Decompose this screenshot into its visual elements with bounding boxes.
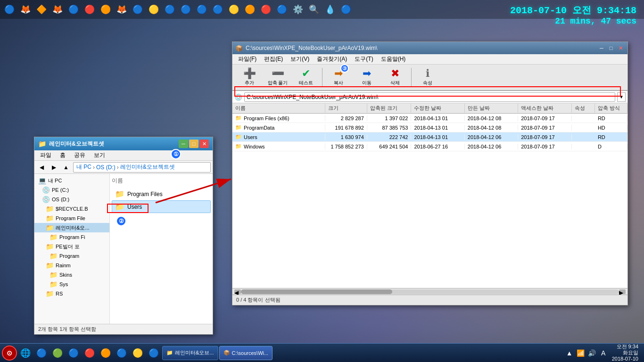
top-icon-17[interactable]: 🔴	[258, 2, 273, 17]
taskbar-icon-4[interactable]: 🔵	[66, 346, 81, 361]
col-method[interactable]: 압축 방식	[595, 104, 627, 113]
sidebar-item-skins[interactable]: 📁 Skins	[34, 270, 109, 280]
top-icon-19[interactable]: ⚙️	[290, 2, 305, 17]
zip-row-1[interactable]: 📁 Program Files (x86) 2 829 287 1 397 02…	[232, 114, 627, 123]
col-created[interactable]: 만든 날짜	[465, 104, 518, 113]
breadcrumb-mypc[interactable]: 내 PC	[76, 163, 91, 171]
col-name[interactable]: 이름	[232, 104, 325, 113]
col-accessed[interactable]: 액세스한 날짜	[518, 104, 571, 113]
top-icon-1[interactable]: 🔵	[2, 2, 17, 17]
folder-item-users[interactable]: 📁 Users	[112, 200, 211, 213]
tray-icon-lang[interactable]: A	[599, 348, 608, 358]
scroll-right-btn[interactable]: ▶	[619, 289, 626, 294]
sidebar-item-progfi[interactable]: 📁 Program Fi	[34, 232, 109, 242]
scroll-thumb[interactable]	[241, 289, 392, 294]
top-icon-6[interactable]: 🔴	[82, 2, 97, 17]
zip-menu-file[interactable]: 파일(F)	[234, 54, 260, 64]
top-icon-8[interactable]: 🦊	[114, 2, 129, 17]
zip-test-button[interactable]: ✔ 테스트	[293, 66, 319, 89]
top-icon-21[interactable]: 💧	[322, 2, 338, 17]
top-icon-7[interactable]: 🟠	[98, 2, 113, 17]
sidebar-item-rainm[interactable]: 📁 Rainm	[34, 261, 109, 270]
scroll-track[interactable]	[241, 289, 619, 294]
col-compressed[interactable]: 압축된 크기	[367, 104, 412, 113]
taskbar-icon-1[interactable]: 🌐	[18, 346, 33, 361]
tray-icon-network[interactable]: 📶	[576, 348, 586, 358]
breadcrumb-rainmeter[interactable]: 레인미터&오브젝트셋	[120, 163, 175, 171]
top-icon-20[interactable]: 🔍	[306, 2, 322, 17]
explorer-minimize-button[interactable]: ─	[179, 140, 188, 148]
sidebar-item-os[interactable]: 💿 OS (D:)	[34, 195, 109, 204]
breadcrumb-osd[interactable]: OS (D:)	[96, 164, 116, 171]
col-modified[interactable]: 수정한 날짜	[411, 104, 464, 113]
top-icon-15[interactable]: 🟡	[226, 2, 241, 17]
sidebar-item-sys[interactable]: 📁 Sys	[34, 280, 109, 289]
top-icon-2[interactable]: 🦊	[18, 2, 33, 17]
zip-addr-dropdown[interactable]: ▼	[617, 92, 626, 102]
top-icon-14[interactable]: 🔵	[210, 2, 225, 17]
top-icon-10[interactable]: 🟡	[146, 2, 161, 17]
top-icon-12[interactable]: 🔵	[178, 2, 193, 17]
zip-delete-button[interactable]: ✖ 삭제	[382, 66, 408, 89]
sevenzip-maximize-button[interactable]: □	[607, 44, 615, 52]
start-button[interactable]: ⊙	[2, 346, 17, 361]
taskbar-app-7zip[interactable]: 📦 C:\sources\Wi...	[219, 346, 273, 360]
top-icon-9[interactable]: 🔵	[130, 2, 145, 17]
zip-extract-button[interactable]: ➖ 압축 풀기	[264, 66, 291, 89]
tray-clock[interactable]: 오전 9:34 화요일 2018-07-10	[610, 344, 640, 362]
top-icon-13[interactable]: 🔵	[194, 2, 209, 17]
explorer-back-button[interactable]: ◀	[36, 162, 47, 173]
sevenzip-close-button[interactable]: ✕	[616, 44, 625, 52]
taskbar-icon-9[interactable]: 🔵	[146, 346, 161, 361]
sidebar-item-pebuilder[interactable]: 📁 PE빌더 포	[34, 242, 109, 251]
tray-icon-volume[interactable]: 🔊	[587, 348, 597, 358]
zip-menu-view[interactable]: 보기(V)	[287, 54, 313, 64]
zip-menu-tools[interactable]: 도구(T)	[351, 54, 377, 64]
zip-add-button[interactable]: ➕ 추가	[236, 66, 263, 89]
explorer-menu-file[interactable]: 파일	[36, 150, 55, 160]
taskbar-icon-8[interactable]: 🟡	[130, 346, 145, 361]
zip-menu-favorites[interactable]: 즐겨찾기(A)	[313, 54, 351, 64]
explorer-up-button[interactable]: ▲	[61, 162, 71, 173]
taskbar-icon-7[interactable]: 🔵	[114, 346, 129, 361]
zip-row-3[interactable]: 📁 Users 1 630 974 222 742 2018-04-13 01 …	[232, 132, 627, 142]
zip-properties-button[interactable]: ℹ 속성	[414, 66, 441, 89]
scroll-left-btn[interactable]: ◀	[234, 289, 241, 294]
top-icon-18[interactable]: 🔵	[274, 2, 289, 17]
folder-item-programfiles[interactable]: 📁 Program Files	[112, 188, 211, 200]
zip-menu-edit[interactable]: 편집(E)	[260, 54, 287, 64]
sidebar-item-recycle[interactable]: 📁 $RECYCLE.B	[34, 204, 109, 214]
sidebar-item-progfiles[interactable]: 📁 Program File	[34, 214, 109, 223]
top-icon-3[interactable]: 🔶	[34, 2, 49, 17]
explorer-menu-share[interactable]: 공유	[70, 150, 89, 160]
zip-row-4[interactable]: 📁 Windows 1 758 852 273 649 241 504 2018…	[232, 142, 627, 151]
top-icon-5[interactable]: 🔵	[66, 2, 81, 17]
top-icon-22[interactable]: 🔵	[339, 2, 354, 17]
sevenzip-titlebar[interactable]: 📦 C:\sources\WinXPE_NoteBookUser_pArAoV1…	[232, 42, 627, 54]
taskbar-icon-3[interactable]: 🟢	[50, 346, 65, 361]
top-icon-16[interactable]: 🟠	[242, 2, 257, 17]
explorer-maximize-button[interactable]: □	[189, 140, 198, 148]
top-icon-4[interactable]: 🦊	[50, 2, 65, 17]
sidebar-item-pe[interactable]: 💿 PE (C:)	[34, 185, 109, 195]
explorer-menu-view[interactable]: 보기	[90, 150, 109, 160]
sidebar-item-program[interactable]: 📁 Program	[34, 251, 109, 261]
zip-move-button[interactable]: ➡ 이동	[354, 66, 380, 89]
sevenzip-scrollbar-h[interactable]: ◀ ▶	[232, 288, 627, 295]
top-icon-11[interactable]: 🔵	[162, 2, 177, 17]
explorer-titlebar[interactable]: 📁 레인미터&오브젝트셋 ─ □ ✕	[34, 137, 213, 150]
zip-menu-help[interactable]: 도움말(H)	[377, 54, 410, 64]
explorer-menu-home[interactable]: 홈	[56, 150, 69, 160]
tray-icon-arrow[interactable]: ▲	[565, 348, 574, 358]
explorer-close-button[interactable]: ✕	[199, 140, 209, 148]
sidebar-item-rainmeter[interactable]: 📁 레인미터&오...	[34, 223, 109, 232]
zip-address-input[interactable]	[244, 92, 615, 102]
taskbar-icon-2[interactable]: 🔵	[34, 346, 49, 361]
taskbar-icon-6[interactable]: 🟠	[98, 346, 113, 361]
sidebar-item-mypc[interactable]: 💻 내 PC	[34, 176, 109, 185]
zip-row-2[interactable]: 📁 ProgramData 191 678 892 87 385 753 201…	[232, 123, 627, 132]
explorer-forward-button[interactable]: ▶	[49, 162, 59, 173]
sidebar-item-rs[interactable]: 📁 RS	[34, 289, 109, 298]
taskbar-icon-5[interactable]: 🔴	[82, 346, 97, 361]
col-size[interactable]: 크기	[325, 104, 367, 113]
